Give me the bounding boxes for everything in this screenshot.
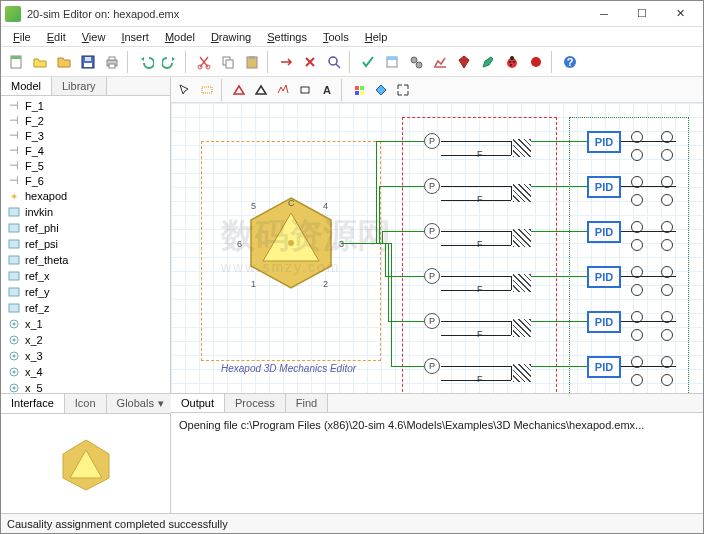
diagram-canvas[interactable]: Hexapod 3D Mechanics Editor C 5 4 6 3 1 … <box>171 103 703 393</box>
main-toolbar: ? <box>1 47 703 77</box>
check-icon[interactable] <box>357 51 379 73</box>
folder-icon[interactable] <box>53 51 75 73</box>
zigzag-icon[interactable] <box>273 80 293 100</box>
ladybug-icon[interactable] <box>501 51 523 73</box>
tree-item-ref_y[interactable]: ref_y <box>5 284 166 300</box>
tree-item-x_1[interactable]: x_1 <box>5 316 166 332</box>
tab-process[interactable]: Process <box>225 394 286 412</box>
tree-item-hexapod[interactable]: ✶hexapod <box>5 188 166 204</box>
pid-block[interactable]: PID <box>587 221 621 243</box>
minimize-button[interactable]: ─ <box>585 1 623 27</box>
delete-cross-icon[interactable] <box>299 51 321 73</box>
menu-drawing[interactable]: Drawing <box>203 29 259 45</box>
maximize-button[interactable]: ☐ <box>623 1 661 27</box>
tree-item-F_3[interactable]: ⊣F_3 <box>5 128 166 143</box>
f-label: F <box>477 239 483 249</box>
palette-icon[interactable] <box>349 80 369 100</box>
tree-item-label: F_5 <box>25 160 44 172</box>
zoom-icon[interactable] <box>197 80 217 100</box>
redo-icon[interactable] <box>159 51 181 73</box>
hex-vertex-5: 5 <box>251 201 256 211</box>
help-icon[interactable]: ? <box>559 51 581 73</box>
tree-item-F_4[interactable]: ⊣F_4 <box>5 143 166 158</box>
settings-icon[interactable] <box>405 51 427 73</box>
menu-file[interactable]: File <box>5 29 39 45</box>
tab-find[interactable]: Find <box>286 394 328 412</box>
rect-tool-icon[interactable] <box>295 80 315 100</box>
tab-globals[interactable]: Globals▾ <box>107 394 175 413</box>
tree-item-x_2[interactable]: x_2 <box>5 332 166 348</box>
tree-item-ref_phi[interactable]: ref_phi <box>5 220 166 236</box>
model-tree[interactable]: ⊣F_1⊣F_2⊣F_3⊣F_4⊣F_5⊣F_6✶hexapodinvkinre… <box>1 96 170 393</box>
menu-help[interactable]: Help <box>357 29 396 45</box>
tree-item-F_1[interactable]: ⊣F_1 <box>5 98 166 113</box>
tree-item-ref_x[interactable]: ref_x <box>5 268 166 284</box>
tab-interface[interactable]: Interface <box>1 394 65 413</box>
save-icon[interactable] <box>77 51 99 73</box>
tree-item-ref_psi[interactable]: ref_psi <box>5 236 166 252</box>
tab-icon[interactable]: Icon <box>65 394 107 413</box>
plot-icon[interactable] <box>429 51 451 73</box>
menubar: File Edit View Insert Model Drawing Sett… <box>1 27 703 47</box>
close-button[interactable]: ✕ <box>661 1 699 27</box>
paste-icon[interactable] <box>241 51 263 73</box>
new-icon[interactable] <box>5 51 27 73</box>
text-tool-icon[interactable]: A <box>317 80 337 100</box>
find-icon[interactable] <box>323 51 345 73</box>
svg-point-35 <box>13 323 16 326</box>
menu-settings[interactable]: Settings <box>259 29 315 45</box>
pid-block[interactable]: PID <box>587 356 621 378</box>
fill-icon[interactable] <box>371 80 391 100</box>
pid-block[interactable]: PID <box>587 176 621 198</box>
expand-icon[interactable] <box>393 80 413 100</box>
f-label: F <box>477 374 483 384</box>
tree-item-invkin[interactable]: invkin <box>5 204 166 220</box>
tree-item-F_2[interactable]: ⊣F_2 <box>5 113 166 128</box>
print-icon[interactable] <box>101 51 123 73</box>
delete-signal-icon[interactable] <box>275 51 297 73</box>
copy-icon[interactable] <box>217 51 239 73</box>
pid-block[interactable]: PID <box>587 311 621 333</box>
tab-model[interactable]: Model <box>1 77 52 95</box>
svg-rect-11 <box>226 60 233 68</box>
sum-node <box>661 329 673 341</box>
menu-tools[interactable]: Tools <box>315 29 357 45</box>
signal-wire <box>376 141 424 142</box>
menu-view[interactable]: View <box>74 29 114 45</box>
caret-up-icon[interactable] <box>251 80 271 100</box>
tree-item-ref_theta[interactable]: ref_theta <box>5 252 166 268</box>
properties-icon[interactable] <box>381 51 403 73</box>
caret-up-red-icon[interactable] <box>229 80 249 100</box>
pencil-icon[interactable] <box>477 51 499 73</box>
svg-rect-50 <box>360 86 364 90</box>
svg-point-14 <box>329 57 337 65</box>
undo-icon[interactable] <box>135 51 157 73</box>
output-text: Opening file c:\Program Files (x86)\20-s… <box>171 413 703 437</box>
wire <box>441 141 511 142</box>
menu-model[interactable]: Model <box>157 29 203 45</box>
svg-text:?: ? <box>567 56 574 68</box>
open-icon[interactable] <box>29 51 51 73</box>
cut-icon[interactable] <box>193 51 215 73</box>
sum-node <box>631 329 643 341</box>
tree-item-x_4[interactable]: x_4 <box>5 364 166 380</box>
menu-edit[interactable]: Edit <box>39 29 74 45</box>
hex-vertex-1: 1 <box>251 279 256 289</box>
sum-node <box>631 239 643 251</box>
tree-item-ref_z[interactable]: ref_z <box>5 300 166 316</box>
pid-block[interactable]: PID <box>587 131 621 153</box>
sum-node <box>631 284 643 296</box>
tree-item-F_6[interactable]: ⊣F_6 <box>5 173 166 188</box>
pointer-icon[interactable] <box>175 80 195 100</box>
tab-library[interactable]: Library <box>52 77 107 95</box>
record-icon[interactable] <box>525 51 547 73</box>
tree-item-x_5[interactable]: x_5 <box>5 380 166 393</box>
3d-diamond-icon[interactable] <box>453 51 475 73</box>
toolbar-separator <box>185 51 189 73</box>
tab-output[interactable]: Output <box>171 394 225 412</box>
tree-item-x_3[interactable]: x_3 <box>5 348 166 364</box>
menu-insert[interactable]: Insert <box>113 29 157 45</box>
pid-block[interactable]: PID <box>587 266 621 288</box>
tree-item-label: x_3 <box>25 350 43 362</box>
tree-item-F_5[interactable]: ⊣F_5 <box>5 158 166 173</box>
